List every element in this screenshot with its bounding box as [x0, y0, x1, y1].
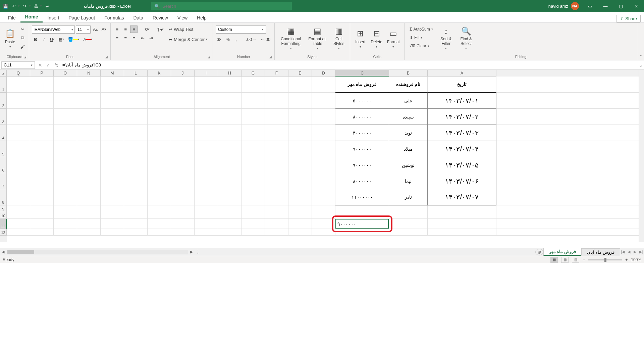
- cell[interactable]: [54, 219, 77, 229]
- cell[interactable]: [148, 109, 171, 125]
- cell[interactable]: [77, 157, 101, 173]
- cut-button[interactable]: ✂: [19, 26, 26, 33]
- cell[interactable]: [54, 125, 77, 141]
- cell[interactable]: [101, 141, 124, 157]
- cell[interactable]: [101, 212, 124, 219]
- row-header-2[interactable]: 2: [0, 93, 7, 109]
- sheet-nav-last[interactable]: ▶|: [638, 250, 644, 254]
- cell[interactable]: [312, 205, 335, 212]
- cell[interactable]: [54, 205, 77, 212]
- dialog-launcher-icon[interactable]: ◢: [269, 55, 272, 59]
- tab-home[interactable]: Home: [20, 12, 43, 22]
- cell[interactable]: [218, 109, 241, 125]
- cell[interactable]: [54, 141, 77, 157]
- cell[interactable]: [148, 93, 171, 109]
- cell[interactable]: نوشین: [389, 157, 428, 173]
- cell[interactable]: [312, 125, 335, 141]
- search-input[interactable]: [162, 4, 288, 9]
- account-button[interactable]: navid amz NA: [548, 2, 579, 10]
- cell[interactable]: [124, 229, 148, 236]
- cell[interactable]: [218, 141, 241, 157]
- cell[interactable]: [218, 212, 241, 219]
- cell[interactable]: [312, 109, 335, 125]
- page-break-view-button[interactable]: ▥: [572, 257, 579, 263]
- cell[interactable]: [389, 205, 428, 212]
- sheet-nav-prev[interactable]: ◀: [626, 250, 632, 254]
- cell[interactable]: [101, 109, 124, 125]
- cell[interactable]: [77, 77, 101, 93]
- cell[interactable]: [148, 229, 171, 236]
- select-all-button[interactable]: ◢: [0, 70, 7, 77]
- column-header-B[interactable]: B: [389, 70, 428, 77]
- cell[interactable]: [241, 157, 265, 173]
- cell[interactable]: ۹۰۰۰۰۰۰: [335, 141, 389, 157]
- cells-area[interactable]: فروش ماه مهرنام فروشندهتاریخ۵۰۰۰۰۰۰علی۱۴…: [7, 77, 639, 242]
- sort-filter-button[interactable]: ↕Sort & Filter▾: [437, 26, 455, 51]
- cell[interactable]: [335, 205, 389, 212]
- cell[interactable]: [241, 109, 265, 125]
- cell[interactable]: [7, 125, 30, 141]
- cell[interactable]: ۴۰۰۰۰۰۰: [335, 125, 389, 141]
- cell[interactable]: [54, 109, 77, 125]
- cell[interactable]: ۱۴۰۳/۰۷/۰۱: [428, 93, 496, 109]
- cell-styles-button[interactable]: ▥Cell Styles▾: [330, 26, 347, 51]
- worksheet-grid[interactable]: ◢ QPONMLKJIHGFEDCBA 123456789101112 فروش…: [0, 70, 644, 248]
- cell[interactable]: نوید: [389, 125, 428, 141]
- cell[interactable]: [30, 189, 54, 205]
- rtl-button[interactable]: ¶◂▾: [156, 26, 165, 33]
- percent-button[interactable]: %: [224, 36, 231, 43]
- tab-page-layout[interactable]: Page Layout: [64, 13, 100, 22]
- cell[interactable]: [171, 93, 195, 109]
- cell[interactable]: [288, 157, 312, 173]
- column-header-N[interactable]: N: [77, 70, 101, 77]
- cell[interactable]: [218, 229, 241, 236]
- cell[interactable]: [312, 212, 335, 219]
- cell[interactable]: [148, 212, 171, 219]
- cell[interactable]: [218, 93, 241, 109]
- cell[interactable]: [54, 173, 77, 189]
- zoom-slider[interactable]: [588, 259, 622, 260]
- print-icon[interactable]: 🖶: [33, 3, 39, 9]
- cell[interactable]: [77, 141, 101, 157]
- tab-view[interactable]: View: [173, 13, 192, 22]
- cell[interactable]: [241, 141, 265, 157]
- cell[interactable]: [30, 109, 54, 125]
- cell[interactable]: [30, 93, 54, 109]
- cell[interactable]: [195, 205, 218, 212]
- cell[interactable]: [241, 125, 265, 141]
- cell[interactable]: [195, 189, 218, 205]
- cell[interactable]: [288, 125, 312, 141]
- clear-button[interactable]: ⌫Clear▾: [407, 42, 432, 50]
- cell[interactable]: [30, 229, 54, 236]
- cancel-formula-button[interactable]: ✕: [36, 61, 44, 69]
- fill-button[interactable]: ⬇Fill▾: [407, 34, 425, 41]
- cell[interactable]: نیما: [389, 173, 428, 189]
- cell[interactable]: [101, 219, 124, 229]
- column-header-F[interactable]: F: [265, 70, 288, 77]
- cell[interactable]: [148, 205, 171, 212]
- cell[interactable]: [148, 157, 171, 173]
- column-header-E[interactable]: E: [288, 70, 312, 77]
- sheet-nav-first[interactable]: |◀: [620, 250, 626, 254]
- cell[interactable]: [124, 141, 148, 157]
- cell[interactable]: [218, 125, 241, 141]
- cell[interactable]: [30, 77, 54, 93]
- cell[interactable]: [171, 77, 195, 93]
- cell[interactable]: [335, 212, 389, 219]
- align-left-button[interactable]: ≡: [113, 34, 121, 42]
- cell[interactable]: [7, 212, 30, 219]
- cell[interactable]: [77, 109, 101, 125]
- cell[interactable]: [195, 93, 218, 109]
- cell[interactable]: [288, 219, 312, 229]
- orientation-button[interactable]: ⟲▾: [143, 26, 151, 33]
- cell[interactable]: ۱۴۰۳/۰۷/۰۶: [428, 173, 496, 189]
- cell[interactable]: [265, 93, 288, 109]
- number-format-select[interactable]: Custom▾: [216, 26, 266, 34]
- cell[interactable]: [7, 109, 30, 125]
- cell[interactable]: [265, 189, 288, 205]
- column-header-P[interactable]: P: [30, 70, 54, 77]
- align-top-button[interactable]: ≡: [113, 26, 121, 33]
- dialog-launcher-icon[interactable]: ◢: [24, 55, 26, 59]
- cell[interactable]: [265, 205, 288, 212]
- cell[interactable]: [241, 77, 265, 93]
